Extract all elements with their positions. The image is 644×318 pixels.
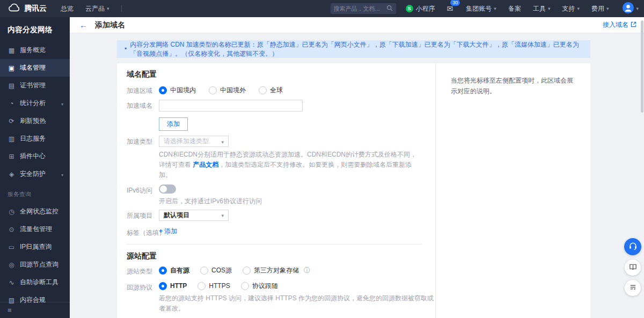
sidebar-item-origin-node-query[interactable]: ◎回源节点查询: [0, 256, 70, 273]
project-row: 所属项目 默认项目: [127, 210, 435, 221]
chevron-down-icon: [61, 100, 70, 107]
ip-card-icon: ▭: [8, 243, 16, 251]
add-domain-button-row: 添加: [127, 117, 435, 131]
collapse-sidebar-icon: ≡: [8, 306, 12, 314]
sidebar-item-domain-management[interactable]: ▣域名管理: [0, 59, 70, 77]
radio-outside-china[interactable]: 中国境外: [209, 86, 246, 95]
nav-cloud-products[interactable]: 云产品: [85, 4, 109, 13]
radio-icon: [197, 282, 206, 290]
domain-icon: ▣: [8, 64, 16, 72]
info-panel: 当您将光标移至左侧配置项时，此区域会展示对应的说明。: [436, 63, 590, 318]
list-icon: [629, 283, 637, 293]
sidebar-item-network-status[interactable]: ◷全网状态监控: [0, 203, 70, 220]
accel-region-radio-group: 中国境内 中国境外 全球: [159, 85, 283, 95]
accel-region-row: 加速区域 中国境内 中国境外 全球: [127, 85, 435, 95]
book-icon: [629, 263, 637, 273]
floating-widgets: [624, 238, 641, 296]
cloud-logo-icon: [8, 3, 21, 14]
add-domain-button[interactable]: 添加: [159, 117, 188, 131]
scrollbar-thumb[interactable]: [641, 20, 643, 113]
ipv6-toggle[interactable]: [159, 184, 176, 194]
chevron-down-icon: [221, 211, 224, 219]
origin-type-label: 源站类型: [127, 265, 159, 276]
certificate-icon: ▤: [8, 82, 16, 90]
access-domain-link[interactable]: 接入域名: [603, 20, 636, 29]
accel-domain-label: 加速域名: [127, 100, 159, 112]
menu-billing[interactable]: 费用: [591, 4, 609, 13]
radio-own-origin[interactable]: 自有源: [159, 266, 189, 275]
mini-program-entry[interactable]: S 小程序: [406, 4, 435, 13]
product-docs-link[interactable]: 产品文档: [193, 161, 218, 168]
plugin-icon: ⊞: [8, 153, 16, 160]
mini-program-icon: S: [406, 5, 413, 12]
accel-type-label: 加速类型: [127, 136, 159, 181]
accel-domain-input[interactable]: [159, 100, 303, 112]
folder-icon: ▥: [8, 135, 16, 143]
page-header: ← 添加域名 接入域名: [70, 17, 644, 33]
origin-type-radio-group: 自有源 COS源 第三方对象存储: [159, 265, 310, 276]
radio-global[interactable]: 全球: [259, 86, 283, 95]
radio-cos-origin[interactable]: COS源: [200, 266, 232, 275]
message-count-badge: 30: [450, 0, 460, 6]
survey-button[interactable]: [625, 280, 641, 296]
menu-group-account[interactable]: 集团账号: [466, 4, 496, 13]
search-icon[interactable]: [386, 4, 393, 13]
search-input[interactable]: [334, 5, 386, 12]
radio-http[interactable]: HTTP: [159, 282, 187, 290]
chevron-down-icon: [221, 138, 224, 145]
sidebar-item-traffic-package[interactable]: ⊙流量包管理: [0, 220, 70, 238]
customer-service-button[interactable]: [624, 238, 641, 255]
radio-protocol-follow[interactable]: 协议跟随: [241, 282, 278, 291]
menu-tools[interactable]: 工具: [533, 4, 551, 13]
info-icon[interactable]: [302, 266, 310, 275]
messages-button[interactable]: ✉ 30: [447, 4, 453, 13]
accel-domain-row: 加速域名: [127, 100, 435, 112]
sidebar-item-plugin-center[interactable]: ⊞插件中心: [0, 147, 70, 165]
form-column: 域名配置 加速区域 中国境内 中国境外 全球 加速域名: [117, 63, 436, 318]
ipv6-row: IPv6访问 开启后，支持通过IPv6协议进行访问: [127, 184, 435, 206]
accel-type-help: CDN和ECDN分别适用于静态资源或动态资源加速。CDN和ECDN的计费方式及价…: [159, 150, 420, 181]
radio-https[interactable]: HTTPS: [197, 282, 230, 290]
traffic-icon: ⊙: [8, 226, 16, 233]
sidebar: 内容分发网络 ▦服务概览 ▣域名管理 ▤证书管理 ◔统计分析 ⟳刷新预热 ▥日志…: [0, 17, 70, 318]
radio-china-mainland[interactable]: 中国境内: [159, 86, 196, 95]
sidebar-item-cert-management[interactable]: ▤证书管理: [0, 77, 70, 94]
menu-beian[interactable]: 备案: [508, 4, 521, 13]
tag-label: 标签（选填）: [127, 227, 159, 238]
main-area: ← 添加域名 接入域名 内容分发网络 CDN 加速类型的名称已更新：原「静态加速…: [70, 17, 644, 318]
sidebar-item-ip-lookup[interactable]: ▭IP归属查询: [0, 238, 70, 256]
sidebar-item-statistics[interactable]: ◔统计分析: [0, 94, 70, 112]
sidebar-item-purge-prefetch[interactable]: ⟳刷新预热: [0, 112, 70, 130]
docs-button[interactable]: [625, 260, 641, 276]
topbar-search[interactable]: [331, 3, 396, 14]
origin-protocol-row: 回源协议 HTTP HTTPS 协议跟随 若您的源站支持 HTTPS 访问，建议…: [127, 282, 435, 314]
back-button[interactable]: ←: [79, 21, 87, 29]
topbar-divider: [121, 5, 122, 12]
topbar: 腾讯云 总览 云产品 S 小程序 ✉ 30 集团账号 备案 工具 支持 费用: [0, 0, 644, 17]
radio-third-party-storage[interactable]: 第三方对象存储: [243, 266, 310, 275]
sidebar-item-diagnostic-tool[interactable]: ∿自助诊断工具: [0, 273, 70, 291]
accel-region-label: 加速区域: [127, 85, 159, 95]
avatar: [623, 2, 634, 16]
add-tag-link[interactable]: 添加: [159, 227, 177, 235]
sidebar-item-log-service[interactable]: ▥日志服务: [0, 130, 70, 147]
sidebar-item-security[interactable]: ◈安全防护: [0, 165, 70, 183]
section-divider: [127, 244, 422, 245]
project-select[interactable]: 默认项目: [159, 210, 229, 221]
tencent-cloud-logo[interactable]: 腾讯云: [8, 3, 47, 14]
sidebar-item-service-overview[interactable]: ▦服务概览: [0, 41, 70, 59]
content-area: 内容分发网络 CDN 加速类型的名称已更新：原「静态加速」已更名为「网页小文件」…: [70, 33, 644, 318]
nav-overview[interactable]: 总览: [61, 4, 74, 13]
headset-icon: [628, 241, 638, 253]
pie-chart-icon: ◔: [8, 100, 16, 107]
cdn-rename-notice-banner: 内容分发网络 CDN 加速类型的名称已更新：原「静态加速」已更名为「网页小文件」…: [117, 40, 590, 58]
account-avatar-menu[interactable]: [623, 2, 639, 16]
radio-selected-icon: [159, 282, 167, 290]
collapse-sidebar-button[interactable]: ≡: [0, 302, 70, 318]
origin-protocol-help: 若您的源站支持 HTTPS 访问，建议选择 HTTPS 作为您的回源协议，避免您…: [159, 293, 435, 314]
menu-support[interactable]: 支持: [562, 4, 580, 13]
origin-protocol-label: 回源协议: [127, 282, 159, 314]
sidebar-section-label: 服务查询: [0, 183, 70, 203]
accel-type-select[interactable]: 请选择加速类型: [159, 136, 229, 147]
radio-selected-icon: [159, 86, 167, 94]
